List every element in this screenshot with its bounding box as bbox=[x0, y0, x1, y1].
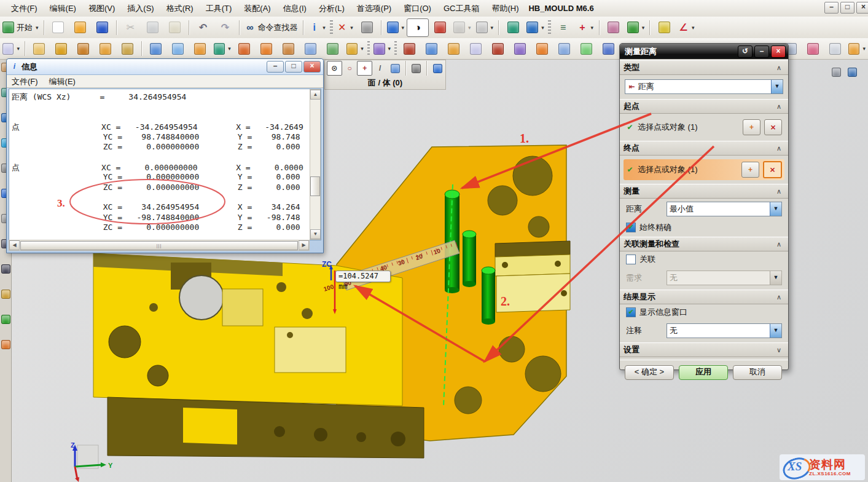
move-face-button[interactable] bbox=[189, 39, 211, 58]
menu-assemblies[interactable]: 装配(A) bbox=[238, 1, 276, 16]
datum-plane-button[interactable] bbox=[28, 39, 50, 58]
split-body-button[interactable] bbox=[420, 39, 442, 58]
checkbox-checked-icon[interactable]: ✔ bbox=[626, 307, 636, 317]
section-settings[interactable]: 设置∨ bbox=[620, 342, 788, 357]
snap-line-button[interactable]: / bbox=[372, 61, 388, 76]
info-horizontal-scrollbar[interactable]: ◀ ||| ▶ bbox=[9, 240, 310, 251]
start-point-selection-row[interactable]: ✔ 选择点或对象 (1) + ⨯ bbox=[624, 117, 784, 137]
cancel-button[interactable]: 取消 bbox=[733, 365, 782, 380]
menu-view[interactable]: 视图(V) bbox=[82, 1, 121, 16]
menu-analysis[interactable]: 分析(L) bbox=[313, 1, 351, 16]
menu-preferences[interactable]: 首选项(P) bbox=[351, 1, 397, 16]
dialog-close-button[interactable]: × bbox=[771, 45, 786, 58]
snapshot-button[interactable] bbox=[429, 18, 451, 37]
full-screen-button[interactable] bbox=[848, 68, 857, 79]
open-book-button[interactable] bbox=[824, 39, 846, 58]
expand-icon[interactable]: ∨ bbox=[773, 346, 784, 355]
mold-plate-front[interactable] bbox=[93, 253, 424, 458]
redo-button[interactable]: ↷ bbox=[214, 18, 237, 37]
ok-button[interactable]: < 确定 > bbox=[625, 365, 674, 380]
end-point-dialog-button[interactable]: + bbox=[741, 162, 759, 178]
rolled-sheet-button[interactable]: ▾ bbox=[846, 39, 868, 58]
start-measure-option-button[interactable]: ⨯ bbox=[764, 119, 782, 135]
menu-edit[interactable]: 编辑(E) bbox=[44, 1, 82, 16]
section-end-point[interactable]: 终点∧ bbox=[620, 141, 788, 156]
scroll-up-icon[interactable]: ▲ bbox=[310, 90, 321, 100]
distance-method-dropdown[interactable]: 最小值 ▼ bbox=[667, 202, 782, 216]
collapse-icon[interactable]: ∧ bbox=[773, 240, 784, 249]
solid-snap-button[interactable] bbox=[430, 61, 445, 76]
snap-point-button[interactable]: + bbox=[357, 61, 372, 76]
info-minimize-button[interactable]: – bbox=[267, 61, 284, 73]
collapse-icon[interactable]: ∧ bbox=[773, 293, 784, 302]
palettes-icon[interactable] bbox=[1, 340, 10, 349]
edit-section-button[interactable]: ▾ bbox=[524, 18, 547, 37]
bend-button[interactable] bbox=[278, 39, 300, 58]
info-restore-button[interactable]: □ bbox=[285, 61, 302, 73]
info-window-titlebar[interactable]: i 信息 – □ × bbox=[7, 59, 323, 75]
thicken-button[interactable]: ▾ bbox=[344, 39, 366, 58]
system-scenes-icon[interactable] bbox=[1, 290, 10, 299]
menu-insert[interactable]: 插入(S) bbox=[121, 1, 160, 16]
snap-center-button[interactable]: ⊙ bbox=[327, 61, 342, 76]
measure-angle-button[interactable]: ∠▾ bbox=[675, 18, 697, 37]
shaded-view-button[interactable]: ◑ bbox=[407, 18, 429, 37]
collapse-icon[interactable]: ∧ bbox=[773, 102, 784, 111]
csys-display-button[interactable]: +▾ bbox=[574, 18, 596, 37]
snap-quadrant-button[interactable]: ○ bbox=[342, 61, 358, 76]
end-point-selection-row[interactable]: ✔ 选择点或对象 (1) + ⨯ bbox=[624, 159, 784, 180]
part-navigator-button[interactable]: ≡ bbox=[552, 18, 574, 37]
window-display-button[interactable]: ✕▾ bbox=[334, 18, 356, 37]
layered-box-button[interactable] bbox=[487, 39, 509, 58]
instance-feature-button[interactable] bbox=[398, 39, 420, 58]
information-button[interactable]: i▾ bbox=[307, 18, 329, 37]
dialog-minimize-button[interactable]: – bbox=[754, 45, 769, 58]
boss-button[interactable] bbox=[95, 39, 117, 58]
pocket-button[interactable] bbox=[167, 39, 189, 58]
sketch-button[interactable]: ▾ bbox=[0, 39, 22, 58]
block-button[interactable] bbox=[233, 39, 256, 58]
wireframe-view-button[interactable]: ▾ bbox=[451, 18, 474, 37]
render-tools-button[interactable] bbox=[356, 18, 378, 37]
show-info-checkbox-row[interactable]: ✔ 显示信息窗口 bbox=[620, 304, 788, 320]
window-restore-button[interactable]: □ bbox=[840, 2, 854, 14]
cut-button[interactable]: ✂ bbox=[120, 18, 142, 37]
dropdown-arrow-icon[interactable]: ▼ bbox=[770, 202, 781, 216]
extrude-button[interactable] bbox=[50, 39, 72, 58]
scroll-left-icon[interactable]: ◀ bbox=[9, 240, 20, 250]
shell-button[interactable] bbox=[322, 39, 344, 58]
window-close-button[interactable]: × bbox=[856, 2, 868, 14]
dropdown-arrow-icon[interactable]: ▼ bbox=[771, 80, 783, 93]
start-point-dialog-button[interactable]: + bbox=[743, 119, 760, 135]
menu-file[interactable]: 文件(F) bbox=[5, 1, 44, 16]
grid-snap-button[interactable] bbox=[409, 61, 424, 76]
new-file-button[interactable] bbox=[47, 18, 69, 37]
roles-icon[interactable] bbox=[1, 264, 10, 274]
open-file-button[interactable] bbox=[69, 18, 92, 37]
chamfer-button[interactable] bbox=[256, 39, 278, 58]
slab-button[interactable] bbox=[300, 39, 322, 58]
info-vertical-scrollbar[interactable]: ▲ ▼ bbox=[310, 89, 321, 240]
dialog-titlebar[interactable]: 测量距离 ↺ – × bbox=[620, 44, 788, 59]
user-tools-icon[interactable] bbox=[1, 315, 10, 324]
section-associative[interactable]: 关联测量和检查∧ bbox=[620, 237, 788, 251]
stacked-sheets-button[interactable] bbox=[575, 39, 597, 58]
collapse-icon[interactable]: ∧ bbox=[773, 187, 784, 196]
scroll-down-icon[interactable]: ▼ bbox=[310, 229, 321, 239]
undo-button[interactable]: ↶ bbox=[192, 18, 214, 37]
menu-help[interactable]: 帮助(H) bbox=[485, 1, 525, 16]
info-close-button[interactable]: × bbox=[303, 61, 321, 73]
slice-button[interactable] bbox=[553, 39, 575, 58]
scroll-right-icon[interactable]: ▶ bbox=[299, 240, 309, 250]
sheet-button[interactable] bbox=[531, 39, 553, 58]
paste-button[interactable] bbox=[164, 18, 186, 37]
annotation-dropdown[interactable]: 无 ▼ bbox=[667, 323, 782, 338]
associative-checkbox-row[interactable]: 关联 bbox=[620, 251, 788, 267]
collapse-icon[interactable]: ∧ bbox=[773, 144, 784, 153]
boolean-unite-button[interactable]: ▾ bbox=[211, 39, 233, 58]
scrollbar-thumb[interactable]: ||| bbox=[20, 241, 298, 250]
section-type[interactable]: 类型∧ bbox=[620, 60, 788, 75]
object-display-button[interactable] bbox=[603, 18, 625, 37]
snap-face-button[interactable] bbox=[388, 61, 403, 76]
join-button[interactable] bbox=[442, 39, 464, 58]
